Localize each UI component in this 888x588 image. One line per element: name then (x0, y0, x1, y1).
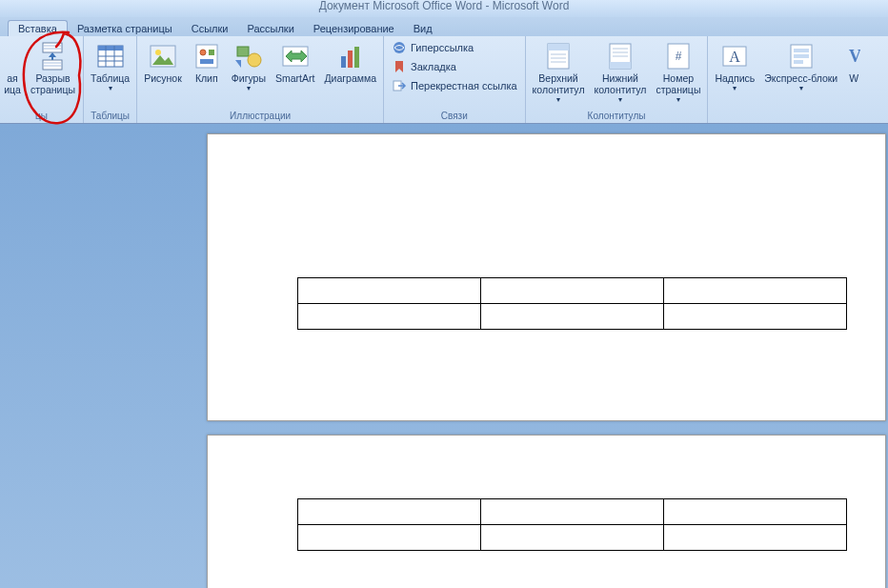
text-box-button[interactable]: A Надпись ▾ (711, 38, 758, 95)
window-titlebar: Документ Microsoft Office Word - Microso… (0, 0, 888, 17)
group-label-pages: цы (3, 110, 80, 123)
tab-references[interactable]: Ссылки (182, 21, 238, 36)
chevron-down-icon: ▾ (247, 84, 251, 92)
wordart-icon: V (847, 41, 860, 71)
picture-button[interactable]: Рисунок (140, 38, 186, 87)
cover-page-button-cut[interactable]: ая ица (3, 38, 25, 98)
svg-rect-42 (794, 54, 809, 58)
svg-rect-7 (98, 46, 123, 51)
document-table-2[interactable] (297, 498, 847, 551)
svg-point-15 (200, 50, 206, 55)
svg-rect-14 (196, 45, 217, 68)
bookmark-button[interactable]: Закладка (387, 57, 522, 76)
table-button[interactable]: Таблица ▾ (87, 38, 133, 95)
document-page-2[interactable] (207, 435, 886, 588)
hyperlink-icon (392, 40, 407, 55)
svg-rect-17 (200, 59, 213, 64)
group-label-links: Связи (387, 110, 522, 123)
ribbon-tabs: Вставка Разметка страницы Ссылки Рассылк… (0, 17, 888, 36)
page-number-button[interactable]: # Номер страницы ▾ (652, 38, 704, 107)
svg-text:#: # (676, 50, 682, 63)
svg-rect-0 (43, 43, 62, 52)
svg-rect-18 (237, 47, 249, 56)
header-button[interactable]: Верхний колонтитул ▾ (529, 38, 589, 107)
tab-review[interactable]: Рецензирование (304, 21, 404, 36)
shapes-button[interactable]: Фигуры ▾ (228, 38, 270, 95)
document-workspace[interactable] (0, 124, 888, 588)
tab-page-layout[interactable]: Разметка страницы (68, 21, 182, 36)
svg-point-13 (155, 50, 161, 55)
svg-point-19 (248, 53, 261, 67)
ribbon: ая ица Разрыв страницы цы (0, 36, 888, 124)
tab-mailings[interactable]: Рассылки (237, 21, 303, 36)
table-row[interactable] (298, 499, 847, 525)
chevron-down-icon: ▾ (799, 84, 803, 92)
clip-icon (192, 41, 222, 71)
clip-button[interactable]: Клип (188, 38, 226, 87)
svg-text:V: V (849, 47, 860, 66)
wordart-button-cut[interactable]: V W (843, 38, 864, 87)
group-label-header-footer: Колонтитулы (529, 110, 705, 123)
table-icon (95, 41, 126, 71)
quick-parts-button[interactable]: Экспресс-блоки ▾ (760, 38, 841, 95)
shapes-icon (233, 41, 264, 71)
document-table-1[interactable] (297, 277, 847, 330)
svg-rect-27 (548, 44, 569, 51)
smartart-icon (280, 41, 311, 71)
page-break-button[interactable]: Разрыв страницы (27, 38, 79, 98)
svg-rect-16 (209, 50, 214, 55)
chevron-down-icon: ▾ (676, 95, 680, 104)
svg-rect-21 (341, 56, 346, 68)
window-title: Документ Microsoft Office Word - Microso… (319, 0, 570, 12)
svg-rect-22 (348, 51, 353, 68)
page-break-icon (37, 41, 68, 71)
chart-icon (335, 41, 366, 71)
svg-rect-41 (794, 49, 809, 52)
table-row[interactable] (298, 278, 847, 304)
chevron-down-icon: ▾ (618, 95, 622, 104)
table-row[interactable] (298, 304, 847, 330)
table-row[interactable] (298, 525, 847, 551)
document-page-1[interactable] (207, 133, 886, 421)
svg-rect-43 (794, 60, 803, 64)
group-label-text (711, 120, 864, 123)
chart-button[interactable]: Диаграмма (320, 38, 380, 87)
svg-point-24 (394, 42, 405, 53)
tab-insert[interactable]: Вставка (8, 20, 68, 36)
quick-parts-icon (786, 41, 817, 71)
chevron-down-icon: ▾ (733, 84, 737, 92)
group-label-tables: Таблицы (87, 110, 133, 123)
footer-icon (605, 41, 636, 71)
page-number-icon: # (663, 41, 694, 71)
cross-reference-icon (392, 78, 407, 93)
hyperlink-button[interactable]: Гиперссылка (387, 38, 522, 57)
text-box-icon: A (719, 41, 750, 71)
svg-rect-32 (610, 62, 631, 69)
svg-rect-23 (354, 47, 359, 68)
group-label-illustrations: Иллюстрации (140, 110, 380, 123)
cross-reference-button[interactable]: Перекрестная ссылка (387, 76, 522, 95)
chevron-down-icon: ▾ (109, 84, 112, 92)
picture-icon (148, 41, 178, 71)
bookmark-icon (392, 59, 407, 74)
chevron-down-icon: ▾ (556, 95, 560, 104)
header-icon (543, 41, 574, 71)
tab-view[interactable]: Вид (404, 21, 442, 36)
svg-text:A: A (730, 49, 741, 65)
footer-button[interactable]: Нижний колонтитул ▾ (591, 38, 651, 107)
svg-rect-3 (43, 60, 62, 70)
smartart-button[interactable]: SmartArt (272, 38, 318, 87)
